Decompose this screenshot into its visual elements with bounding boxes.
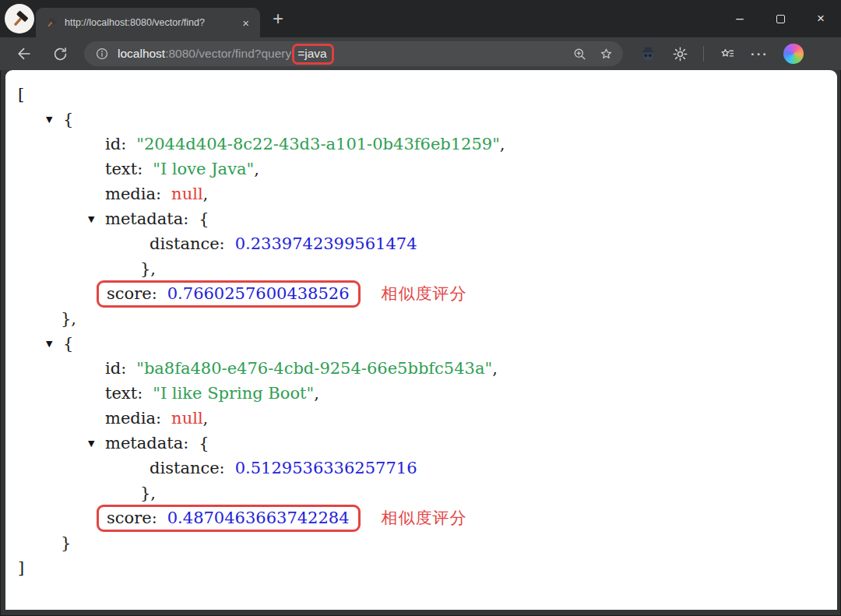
json-line-score: score:0.4870463663742284相似度评分 [5, 505, 837, 530]
json-key: text: [105, 384, 143, 403]
settings-more-icon[interactable]: ··· [751, 48, 769, 61]
json-key: score: [107, 284, 157, 303]
json-null-value: null [171, 409, 202, 428]
extensions-gear-icon[interactable] [672, 46, 688, 62]
tab-close-icon[interactable]: × [239, 16, 252, 30]
bookmark-star-icon[interactable] [599, 47, 614, 62]
tab-title: http://localhost:8080/vector/find? [65, 17, 239, 28]
score-highlight-annotation-box: score:0.4870463663742284 [97, 505, 361, 532]
json-line-distance: distance:0.5129536336257716 [5, 456, 837, 480]
zoom-icon[interactable] [572, 47, 587, 62]
url-highlight-annotation-box: =java [292, 44, 334, 65]
browser-tab[interactable]: http://localhost:8080/vector/find? × [36, 8, 260, 37]
hammer-logo-icon [9, 9, 30, 30]
profile-avatar-icon[interactable] [639, 44, 657, 63]
url-host: localhost [118, 47, 165, 60]
url-bar[interactable]: localhost:8080/vector/find?query=java [84, 41, 623, 66]
close-button[interactable]: × [801, 0, 841, 37]
browser-profile-button[interactable] [5, 4, 34, 33]
url-path: :8080/vector/find?query [165, 47, 291, 60]
json-key: id: [105, 135, 126, 153]
json-line-text: text:"I love Java", [5, 157, 837, 181]
json-key: metadata: [105, 434, 188, 452]
json-key: metadata: [105, 209, 188, 228]
json-object-open: ▼{ [5, 107, 837, 132]
json-key: id: [105, 359, 126, 378]
json-string-value: "ba8fa480-e476-4cbd-9254-66e5bbfc543a" [136, 359, 492, 378]
hammer-favicon-icon [45, 16, 58, 29]
window-controls: – × [720, 0, 841, 37]
json-line-score: score:0.7660257600438526相似度评分 [5, 281, 837, 306]
json-line-metadata: ▼metadata:{ [5, 431, 837, 456]
browser-toolbar: localhost:8080/vector/find?query=java ··… [0, 37, 841, 70]
browser-window: http://localhost:8080/vector/find? × + –… [0, 0, 841, 616]
refresh-icon [52, 46, 69, 62]
maximize-icon [776, 15, 785, 23]
arrow-left-icon [16, 45, 33, 62]
json-metadata-close: }, [5, 256, 837, 281]
json-object-close: }, [5, 306, 837, 331]
json-metadata-close: }, [5, 480, 837, 505]
info-icon[interactable] [95, 47, 109, 61]
json-line-media: media:null, [5, 181, 837, 206]
json-line-id: id:"ba8fa480-e476-4cbd-9254-66e5bbfc543a… [5, 356, 837, 381]
json-key: media: [105, 409, 161, 428]
json-object-open: ▼{ [5, 331, 837, 356]
json-line-distance: distance:0.2339742399561474 [5, 231, 837, 256]
json-object-close: } [5, 530, 837, 555]
json-number-value: 0.4870463663742284 [167, 509, 350, 527]
score-highlight-annotation-box: score:0.7660257600438526 [97, 280, 361, 308]
json-key: distance: [150, 459, 225, 477]
collapse-triangle-icon[interactable]: ▼ [44, 114, 63, 125]
json-line-media: media:null, [5, 406, 837, 431]
json-string-value: "I like Spring Boot" [153, 384, 314, 403]
back-button[interactable] [12, 42, 36, 65]
json-array-close: ] [5, 555, 837, 580]
json-key: text: [105, 160, 143, 178]
json-null-value: null [171, 185, 202, 203]
json-line-metadata: ▼metadata:{ [5, 206, 837, 231]
json-line-id: id:"2044d404-8c22-43d3-a101-0b43f6eb1259… [5, 132, 837, 157]
refresh-button[interactable] [48, 42, 72, 65]
url-text: localhost:8080/vector/find?query=java [118, 44, 561, 65]
json-number-value: 0.7660257600438526 [167, 284, 350, 303]
copilot-icon[interactable] [783, 44, 804, 64]
json-line-text: text:"I like Spring Boot", [5, 381, 837, 406]
json-array-open: [ [5, 82, 837, 107]
annotation-label: 相似度评分 [382, 283, 467, 304]
collapse-triangle-icon[interactable]: ▼ [86, 438, 105, 449]
json-key: score: [107, 509, 157, 527]
json-number-value: 0.2339742399561474 [235, 234, 417, 253]
json-viewer: [ ▼{ id:"2044d404-8c22-43d3-a101-0b43f6e… [5, 70, 837, 610]
maximize-button[interactable] [760, 0, 801, 37]
minimize-button[interactable]: – [720, 0, 760, 37]
annotation-label: 相似度评分 [382, 507, 467, 529]
toolbar-separator [703, 46, 704, 62]
toolbar-right-icons: ··· [639, 44, 804, 64]
json-string-value: "2044d404-8c22-43d3-a101-0b43f6eb1259" [136, 135, 500, 153]
json-key: media: [105, 185, 161, 203]
collapse-triangle-icon[interactable]: ▼ [44, 339, 63, 349]
tab-strip: http://localhost:8080/vector/find? × + –… [0, 0, 841, 37]
favorites-hub-icon[interactable] [719, 46, 736, 62]
json-string-value: "I love Java" [153, 160, 254, 178]
new-tab-button[interactable]: + [273, 9, 283, 28]
json-number-value: 0.5129536336257716 [235, 459, 417, 477]
collapse-triangle-icon[interactable]: ▼ [86, 214, 105, 224]
json-key: distance: [150, 234, 225, 253]
